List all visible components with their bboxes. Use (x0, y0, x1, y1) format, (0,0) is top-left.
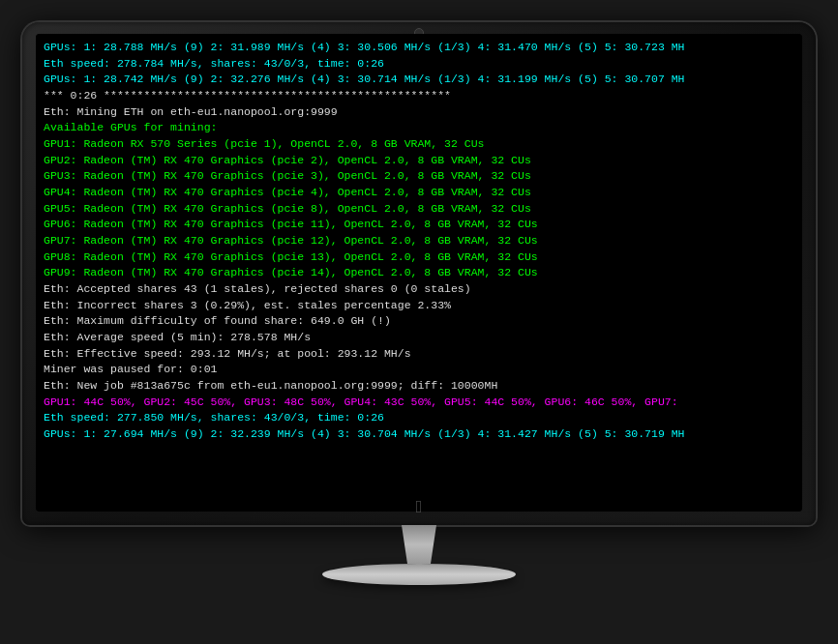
monitor: GPUs: 1: 28.788 MH/s (9) 2: 31.989 MH/s … (22, 22, 816, 622)
terminal-line: GPU4: Radeon (TM) RX 470 Graphics (pcie … (44, 185, 794, 201)
terminal-line: Available GPUs for mining: (44, 120, 794, 136)
screen: GPUs: 1: 28.788 MH/s (9) 2: 31.989 MH/s … (36, 34, 802, 512)
terminal-line: GPU1: 44C 50%, GPU2: 45C 50%, GPU3: 48C … (44, 395, 794, 411)
terminal-line: GPU6: Radeon (TM) RX 470 Graphics (pcie … (44, 217, 794, 233)
terminal-line: Eth: Maximum difficulty of found share: … (44, 313, 794, 330)
terminal-line: GPUs: 1: 27.694 MH/s (9) 2: 32.239 MH/s … (44, 426, 794, 443)
terminal-line: Eth: Average speed (5 min): 278.578 MH/s (44, 330, 794, 346)
terminal-line: GPU7: Radeon (TM) RX 470 Graphics (pcie … (44, 233, 794, 249)
apple-logo-bezel:  (416, 497, 423, 517)
terminal-line: GPU9: Radeon (TM) RX 470 Graphics (pcie … (44, 265, 794, 281)
stand-neck (390, 525, 448, 564)
terminal-line: Eth speed: 277.850 MH/s, shares: 43/0/3,… (44, 410, 794, 426)
terminal-line: GPU8: Radeon (TM) RX 470 Graphics (pcie … (44, 249, 794, 266)
terminal-line: Eth: New job #813a675c from eth-eu1.nano… (44, 378, 794, 395)
terminal-line: Eth: Incorrect shares 3 (0.29%), est. st… (44, 298, 794, 314)
monitor-bezel: GPUs: 1: 28.788 MH/s (9) 2: 31.989 MH/s … (22, 22, 816, 525)
terminal-line: GPUs: 1: 28.742 MH/s (9) 2: 32.276 MH/s … (44, 72, 794, 88)
terminal-line: GPU3: Radeon (TM) RX 470 Graphics (pcie … (44, 168, 794, 185)
terminal-line: Eth: Mining ETH on eth-eu1.nanopool.org:… (44, 104, 794, 121)
terminal-line: GPU5: Radeon (TM) RX 470 Graphics (pcie … (44, 201, 794, 218)
terminal-line: GPU2: Radeon (TM) RX 470 Graphics (pcie … (44, 153, 794, 169)
stand-base (322, 564, 516, 585)
terminal-line: GPUs: 1: 28.788 MH/s (9) 2: 31.989 MH/s … (44, 40, 794, 56)
terminal-line: Eth: Effective speed: 293.12 MH/s; at po… (44, 346, 794, 363)
terminal-line: *** 0:26 *******************************… (44, 88, 794, 104)
terminal-line: Eth speed: 278.784 MH/s, shares: 43/0/3,… (44, 56, 794, 73)
terminal-line: Eth: Accepted shares 43 (1 stales), reje… (44, 281, 794, 298)
terminal-line: GPU1: Radeon RX 570 Series (pcie 1), Ope… (44, 136, 794, 153)
terminal: GPUs: 1: 28.788 MH/s (9) 2: 31.989 MH/s … (36, 34, 802, 512)
terminal-line: Miner was paused for: 0:01 (44, 362, 794, 378)
